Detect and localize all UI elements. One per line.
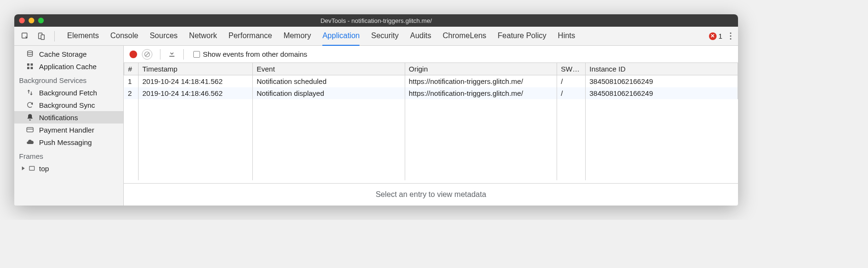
- updown-icon: [26, 88, 34, 97]
- events-toolbar: Show events from other domains: [124, 46, 738, 63]
- column-header[interactable]: #: [124, 63, 139, 75]
- sidebar-item-background-fetch[interactable]: Background Fetch: [14, 86, 123, 99]
- clear-button[interactable]: [142, 49, 152, 60]
- tab-performance[interactable]: Performance: [229, 27, 272, 46]
- panel-tabs: ElementsConsoleSourcesNetworkPerformance…: [67, 27, 575, 46]
- divider: [160, 49, 160, 60]
- tab-memory[interactable]: Memory: [283, 27, 311, 46]
- tab-audits[interactable]: Audits: [410, 27, 431, 46]
- more-options-icon[interactable]: [728, 31, 733, 41]
- sidebar-item-label: Background Fetch: [39, 89, 97, 97]
- cloud-icon: [26, 138, 34, 146]
- cell-event: Notification scheduled: [253, 75, 405, 88]
- column-header[interactable]: Event: [253, 63, 405, 75]
- error-icon: ✕: [709, 32, 717, 40]
- maximize-window-button[interactable]: [38, 18, 44, 23]
- sidebar-item-label: Application Cache: [39, 62, 97, 71]
- device-toolbar-icon[interactable]: [35, 30, 48, 42]
- database-icon: [26, 50, 34, 58]
- cell-sw: /: [557, 75, 586, 88]
- sidebar-section-frames: Frames: [14, 148, 123, 162]
- cell-ts: 2019-10-24 14:18:46.562: [139, 87, 253, 99]
- devtools-window: DevTools - notification-triggers.glitch.…: [14, 14, 738, 206]
- empty-details-message: Select an entry to view metadata: [124, 183, 738, 206]
- svg-rect-10: [30, 166, 35, 170]
- tab-sources[interactable]: Sources: [150, 27, 178, 46]
- sync-icon: [26, 101, 34, 109]
- cell-n: 1: [124, 75, 139, 88]
- sidebar-item-label: Notifications: [39, 113, 78, 122]
- sidebar-item-label: Push Messaging: [39, 138, 92, 146]
- bell-icon: [26, 113, 34, 122]
- sidebar-item-push-messaging[interactable]: Push Messaging: [14, 136, 123, 148]
- cell-sw: /: [557, 87, 586, 99]
- tab-elements[interactable]: Elements: [67, 27, 99, 46]
- card-icon: [26, 125, 34, 134]
- cell-ts: 2019-10-24 14:18:41.562: [139, 75, 253, 88]
- svg-rect-6: [27, 67, 30, 69]
- column-header[interactable]: Origin: [405, 63, 557, 75]
- tab-hints[interactable]: Hints: [558, 27, 575, 46]
- tab-application[interactable]: Application: [322, 27, 359, 46]
- sidebar-item-payment-handler[interactable]: Payment Handler: [14, 124, 123, 136]
- table-row[interactable]: 22019-10-24 14:18:46.562Notification dis…: [124, 87, 738, 99]
- sidebar-item-label: Payment Handler: [39, 126, 94, 134]
- table-row[interactable]: 12019-10-24 14:18:41.562Notification sch…: [124, 75, 738, 88]
- record-button[interactable]: [130, 51, 137, 58]
- cell-n: 2: [124, 87, 139, 99]
- column-header[interactable]: Timestamp: [139, 63, 253, 75]
- checkbox-label: Show events from other domains: [203, 50, 307, 58]
- frames-top-label: top: [39, 165, 49, 173]
- column-header[interactable]: Instance ID: [586, 63, 738, 75]
- traffic-lights: [19, 18, 44, 23]
- svg-rect-5: [30, 63, 33, 66]
- cell-event: Notification displayed: [253, 87, 405, 99]
- svg-point-3: [28, 51, 33, 52]
- tab-feature-policy[interactable]: Feature Policy: [498, 27, 546, 46]
- download-icon[interactable]: [168, 50, 176, 59]
- svg-line-12: [146, 52, 149, 56]
- events-table: #TimestampEventOriginSW …Instance ID 120…: [124, 63, 738, 183]
- window-title: DevTools - notification-triggers.glitch.…: [320, 17, 432, 24]
- sidebar-item-application-cache[interactable]: Application Cache: [14, 60, 123, 72]
- sidebar-item-background-sync[interactable]: Background Sync: [14, 99, 123, 111]
- main-panel: Show events from other domains #Timestam…: [124, 46, 738, 206]
- checkbox-box: [193, 51, 200, 58]
- frames-top-item[interactable]: top: [14, 162, 123, 175]
- cell-origin: https://notification-triggers.glitch.me/: [405, 87, 557, 99]
- error-count-badge[interactable]: ✕ 1: [709, 32, 722, 40]
- column-header[interactable]: SW …: [557, 63, 586, 75]
- sidebar-item-cache-storage[interactable]: Cache Storage: [14, 48, 123, 60]
- main-toolbar: ElementsConsoleSourcesNetworkPerformance…: [14, 27, 738, 46]
- sidebar-item-notifications[interactable]: Notifications: [14, 111, 123, 124]
- svg-rect-7: [30, 67, 33, 69]
- close-window-button[interactable]: [19, 18, 25, 23]
- divider: [54, 31, 55, 41]
- minimize-window-button[interactable]: [29, 18, 34, 23]
- cell-inst: 3845081062166249: [586, 87, 738, 99]
- grid-icon: [26, 62, 34, 71]
- titlebar: DevTools - notification-triggers.glitch.…: [14, 14, 738, 27]
- svg-rect-8: [27, 127, 33, 132]
- divider: [183, 49, 184, 60]
- tab-console[interactable]: Console: [110, 27, 139, 46]
- tab-network[interactable]: Network: [189, 27, 217, 46]
- sidebar-item-label: Cache Storage: [39, 50, 87, 58]
- inspect-element-icon[interactable]: [19, 30, 31, 42]
- frame-icon: [28, 164, 36, 173]
- sidebar-item-label: Background Sync: [39, 101, 95, 109]
- sidebar: Cache StorageApplication Cache Backgroun…: [14, 46, 124, 206]
- tab-security[interactable]: Security: [371, 27, 399, 46]
- cell-inst: 3845081062166249: [586, 75, 738, 88]
- sidebar-section-background-services: Background Services: [14, 72, 123, 86]
- svg-rect-2: [41, 35, 44, 40]
- cell-origin: https://notification-triggers.glitch.me/: [405, 75, 557, 88]
- svg-rect-4: [27, 63, 30, 66]
- expand-icon: [22, 166, 25, 170]
- error-count: 1: [718, 32, 722, 40]
- show-other-domains-checkbox[interactable]: Show events from other domains: [193, 50, 307, 58]
- tab-chromelens[interactable]: ChromeLens: [443, 27, 487, 46]
